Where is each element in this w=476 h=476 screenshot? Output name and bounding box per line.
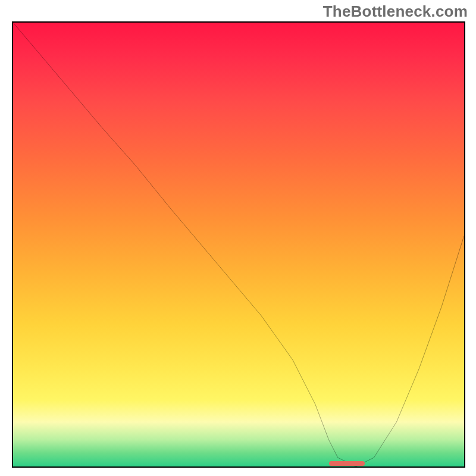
- watermark-text: TheBottleneck.com: [323, 2, 468, 21]
- plot-area: [12, 21, 465, 468]
- minimum-marker: [329, 461, 365, 466]
- bottleneck-curve: [13, 23, 464, 466]
- chart-container: TheBottleneck.com: [0, 0, 476, 476]
